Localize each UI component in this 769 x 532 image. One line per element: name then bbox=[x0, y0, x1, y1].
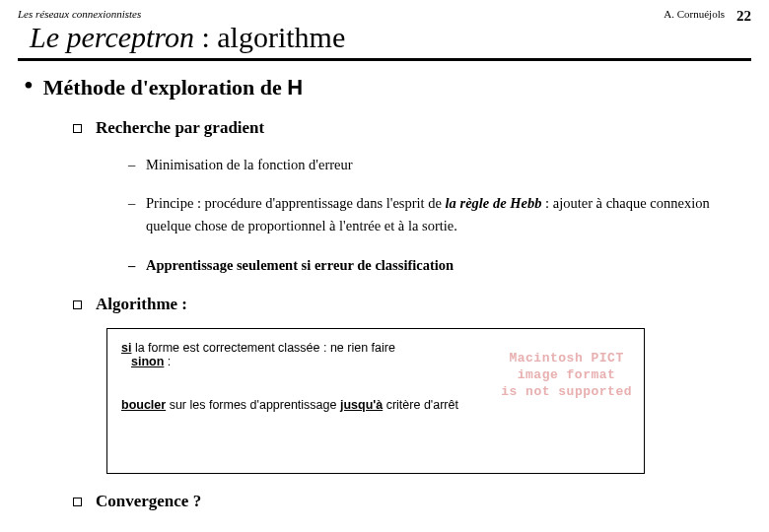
algo-l2-colon: : bbox=[164, 355, 171, 368]
author: A. Cornuéjols bbox=[664, 8, 725, 20]
b1-text: Minimisation de la fonction d'erreur bbox=[146, 157, 353, 172]
bullet-level-3: Minimisation de la fonction d'erreur bbox=[128, 154, 751, 176]
bullet-level-2: Convergence ? bbox=[73, 492, 751, 511]
sec3-label: Convergence ? bbox=[96, 492, 201, 511]
page-title: Le perceptron : algorithme bbox=[30, 21, 751, 54]
algo-boucler: boucler bbox=[121, 398, 166, 412]
algo-line-1: si la forme est correctement classée : n… bbox=[121, 341, 630, 355]
bullet-level-3: Principe : procédure d'apprentissage dan… bbox=[128, 192, 751, 237]
algo-line-3: boucler sur les formes d'apprentissage j… bbox=[121, 398, 630, 412]
b2-pre: Principe : procédure d'apprentissage dan… bbox=[146, 195, 446, 211]
algo-l1-rest: la forme est correctement classée : ne r… bbox=[131, 341, 394, 355]
bullet-level-3: Apprentissage seulement si erreur de cla… bbox=[128, 254, 751, 277]
algo-line-2: sinon : bbox=[121, 355, 630, 368]
square-bullet-icon bbox=[73, 124, 82, 133]
algorithm-box: si la forme est correctement classée : n… bbox=[106, 328, 645, 474]
lvl1-prefix: Méthode d'exploration de bbox=[43, 75, 288, 100]
title-block: Le perceptron : algorithme bbox=[30, 21, 751, 54]
lvl1-h: H bbox=[287, 75, 303, 100]
b2-em: la règle de Hebb bbox=[446, 195, 542, 211]
square-bullet-icon bbox=[73, 300, 82, 309]
algo-jusqua: jusqu'à bbox=[340, 398, 383, 412]
title-italic: Le perceptron bbox=[30, 21, 194, 53]
bullet-level-1: • Méthode d'exploration de H bbox=[24, 75, 751, 100]
square-bullet-icon bbox=[73, 498, 82, 506]
sec1-label: Recherche par gradient bbox=[96, 118, 264, 138]
algo-si: si bbox=[121, 341, 131, 355]
b3-text: Apprentissage seulement si erreur de cla… bbox=[146, 257, 454, 273]
algo-sinon: sinon bbox=[131, 355, 164, 368]
lvl1-heading: Méthode d'exploration de H bbox=[43, 75, 303, 100]
bullet-level-2: Algorithme : bbox=[73, 295, 751, 314]
sec2-label: Algorithme : bbox=[96, 295, 187, 314]
bullet-dot-icon: • bbox=[24, 75, 34, 97]
bullet-level-2: Recherche par gradient bbox=[73, 118, 751, 138]
page-number: 22 bbox=[736, 8, 751, 25]
wm-l2: image format bbox=[501, 367, 632, 384]
algo-l3-mid: sur les formes d'apprentissage bbox=[166, 398, 340, 412]
title-rest: : algorithme bbox=[194, 21, 345, 53]
subtitle: Les réseaux connexionnistes bbox=[18, 8, 141, 20]
divider bbox=[18, 58, 751, 61]
algo-l3-end: critère d'arrêt bbox=[383, 398, 458, 412]
